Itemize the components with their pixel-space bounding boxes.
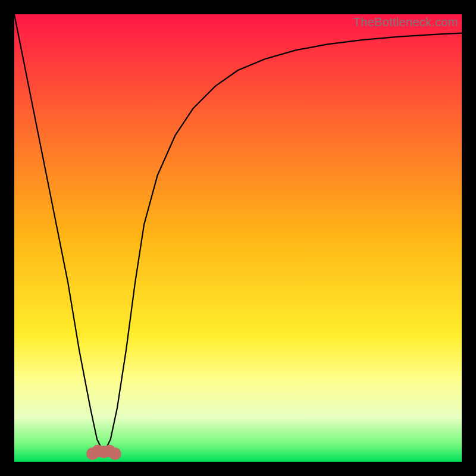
watermark-text: TheBottleneck.com [353, 15, 458, 29]
marker-dot [109, 447, 121, 460]
chart-frame: TheBottleneck.com [14, 14, 462, 462]
bottleneck-chart [14, 14, 462, 462]
gradient-background [14, 14, 462, 462]
